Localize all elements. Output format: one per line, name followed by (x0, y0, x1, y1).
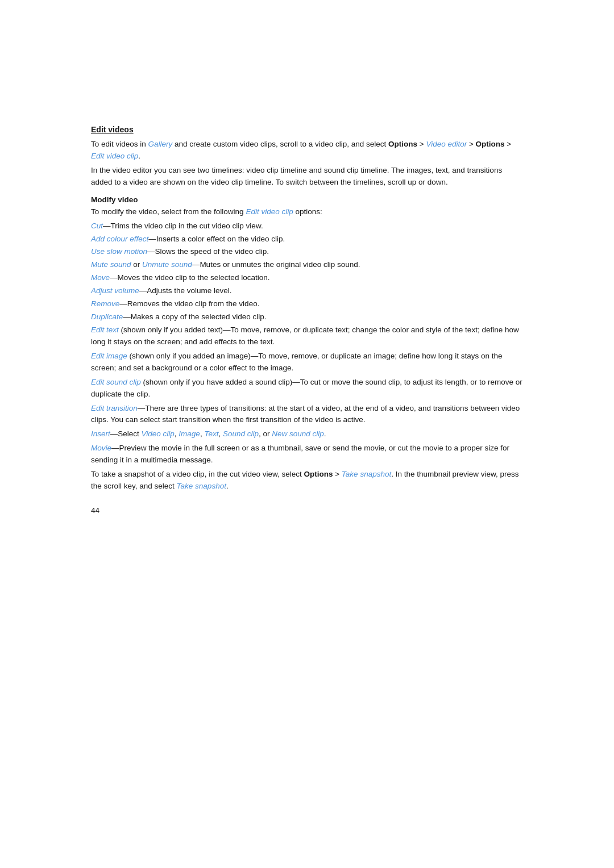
options-bold-1: Options (388, 140, 417, 148)
snapshot-block: To take a snapshot of a video clip, in t… (91, 469, 523, 493)
mute-sound-link[interactable]: Mute sound (91, 260, 131, 269)
insert-video-clip-link[interactable]: Video clip (142, 429, 175, 438)
gt2: > (467, 140, 475, 148)
subsection-title: Modify video (91, 195, 523, 204)
list-item-remove: Remove—Removes the video clip from the v… (91, 298, 523, 310)
adjust-volume-link[interactable]: Adjust volume (91, 286, 139, 295)
insert-end: . (324, 429, 326, 438)
edit-text-paren: (shown only if you added text) (119, 326, 223, 334)
insert-image-link[interactable]: Image (179, 429, 200, 438)
cut-text: Trims the video clip in the cut video cl… (111, 222, 263, 230)
move-link[interactable]: Move (91, 273, 110, 282)
snapshot-gt: > (333, 470, 341, 478)
snapshot-options-link[interactable]: Options (304, 470, 333, 478)
edit-video-clip-link-1[interactable]: Edit video clip (91, 152, 138, 160)
list-item-adjust-volume: Adjust volume—Adjusts the volume level. (91, 285, 523, 297)
edit-text-link[interactable]: Edit text (91, 326, 119, 334)
slow-motion-text: Slows the speed of the video clip. (155, 247, 269, 256)
insert-dash: —Select (110, 429, 142, 438)
mute-text: Mutes or unmutes the original video clip… (200, 260, 360, 269)
insert-block: Insert—Select Video clip, Image, Text, S… (91, 428, 523, 440)
movie-block: Movie—Preview the movie in the full scre… (91, 443, 523, 466)
cut-dash: — (103, 222, 111, 230)
edit-sound-clip-block: Edit sound clip (shown only if you have … (91, 377, 523, 400)
movie-link[interactable]: Movie (91, 444, 111, 452)
edit-transition-link[interactable]: Edit transition (91, 404, 138, 412)
snapshot-end: . (226, 482, 229, 490)
list-item-mute: Mute sound or Unmute sound—Mutes or unmu… (91, 259, 523, 271)
insert-text-link[interactable]: Text (204, 429, 218, 438)
gallery-link[interactable]: Gallery (148, 140, 173, 148)
edit-sound-clip-dash: — (292, 378, 300, 386)
intro1c: . (138, 152, 140, 160)
edit-sound-clip-link[interactable]: Edit sound clip (91, 378, 141, 386)
duplicate-dash: — (123, 312, 131, 321)
cut-link[interactable]: Cut (91, 222, 103, 230)
snapshot-take-link-2[interactable]: Take snapshot (177, 482, 226, 490)
modify-intro: To modify the video, select from the fol… (91, 206, 523, 218)
mute-or: or (131, 260, 143, 269)
insert-sound-clip-link[interactable]: Sound clip (223, 429, 259, 438)
list-item-duplicate: Duplicate—Makes a copy of the selected v… (91, 311, 523, 323)
unmute-sound-link[interactable]: Unmute sound (142, 260, 192, 269)
intro-paragraph-1: To edit videos in Gallery and create cus… (91, 139, 523, 162)
duplicate-text: Makes a copy of the selected video clip. (131, 312, 267, 321)
slow-motion-dash: — (147, 247, 155, 256)
slow-motion-link[interactable]: Use slow motion (91, 247, 147, 256)
list-item-add-colour: Add colour effect—Inserts a color effect… (91, 233, 523, 245)
list-item-move: Move—Moves the video clip to the selecte… (91, 272, 523, 284)
move-text: Moves the video clip to the selected loc… (118, 273, 270, 282)
insert-comma-4: , or (259, 429, 272, 438)
page-number: 44 (91, 506, 523, 515)
snapshot-take-link-1[interactable]: Take snapshot (342, 470, 391, 478)
edit-text-dash: — (223, 326, 231, 334)
insert-label[interactable]: Insert (91, 429, 110, 438)
video-editor-link[interactable]: Video editor (426, 140, 467, 148)
insert-new-sound-clip-link[interactable]: New sound clip (272, 429, 324, 438)
modify-intro-text: To modify the video, select from the fol… (91, 207, 246, 216)
adjust-volume-dash: — (139, 286, 147, 295)
gt1: > (417, 140, 426, 148)
edit-transition-block: Edit transition—There are three types of… (91, 403, 523, 427)
intro-text-1b: and create custom video clips, scroll to… (172, 140, 388, 148)
edit-image-block: Edit image (shown only if you added an i… (91, 350, 523, 374)
move-dash: — (110, 273, 118, 282)
edit-image-dash: — (251, 352, 259, 360)
list-item-slow-motion: Use slow motion—Slows the speed of the v… (91, 246, 523, 258)
adjust-volume-text: Adjusts the volume level. (147, 286, 231, 295)
remove-text: Removes the video clip from the video. (127, 299, 260, 308)
section-title: Edit videos (91, 125, 523, 134)
mute-dash: — (192, 260, 200, 269)
remove-dash: — (119, 299, 127, 308)
gt3: > (505, 140, 512, 148)
movie-dash: — (111, 444, 119, 452)
edit-video-clip-link-2[interactable]: Edit video clip (246, 207, 293, 216)
insert-comma-3: , (218, 429, 223, 438)
intro-paragraph-2: In the video editor you can see two time… (91, 165, 523, 189)
edit-transition-dash: — (138, 404, 146, 412)
intro-text-1: To edit videos in (91, 140, 148, 148)
edit-transition-text: There are three types of transitions: at… (91, 404, 520, 424)
list-item-cut: Cut—Trims the video clip in the cut vide… (91, 220, 523, 232)
add-colour-link[interactable]: Add colour effect (91, 235, 148, 243)
add-colour-text: Inserts a color effect on the video clip… (156, 235, 285, 243)
edit-image-paren: (shown only if you added an image) (127, 352, 251, 360)
edit-image-link[interactable]: Edit image (91, 352, 127, 360)
duplicate-link[interactable]: Duplicate (91, 312, 123, 321)
modify-intro-end: options: (293, 207, 322, 216)
add-colour-dash: — (148, 235, 156, 243)
movie-text: Preview the movie in the full screen or … (91, 444, 509, 464)
edit-text-block: Edit text (shown only if you added text)… (91, 324, 523, 348)
options-bold-2: Options (476, 140, 505, 148)
snapshot-text-1: To take a snapshot of a video clip, in t… (91, 470, 304, 478)
edit-sound-clip-paren: (shown only if you have added a sound cl… (141, 378, 292, 386)
remove-link[interactable]: Remove (91, 299, 119, 308)
